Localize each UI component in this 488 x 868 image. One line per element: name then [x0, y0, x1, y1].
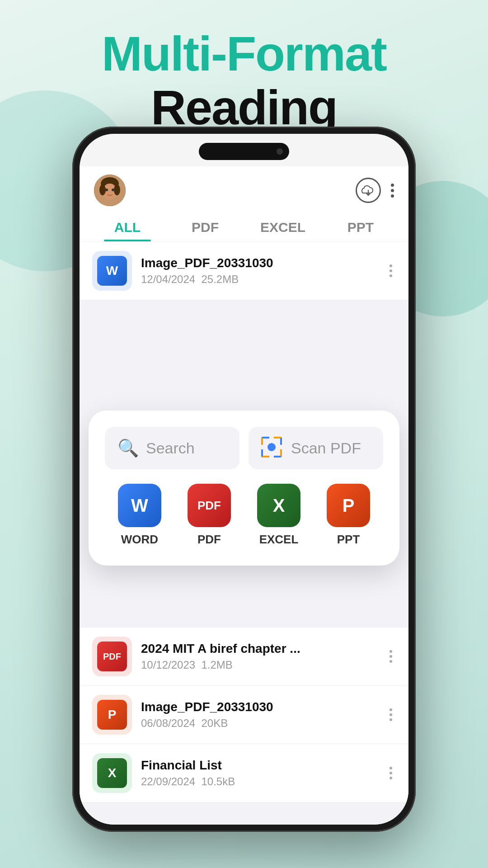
- ppt-label: PPT: [337, 533, 360, 547]
- more-options-icon[interactable]: [391, 184, 394, 198]
- dot: [391, 189, 394, 192]
- ppt-file-icon-1: P: [97, 700, 127, 730]
- file-list-below: PDF 2024 MIT A biref chapter ... 10/12/2…: [80, 627, 408, 802]
- word-icon: W: [118, 484, 161, 527]
- overlay-row-buttons: 🔍 Search Sc: [105, 427, 383, 469]
- camera-dot: [277, 148, 283, 155]
- pdf-icon: PDF: [188, 484, 231, 527]
- file-icon-wrapper: W: [92, 251, 132, 291]
- tab-bar: ALL PDF EXCEL PPT: [80, 212, 408, 242]
- svg-point-4: [114, 184, 120, 195]
- file-icon-wrapper-2: X: [92, 753, 132, 793]
- scan-icon: [261, 437, 284, 459]
- app-content: ↓ ALL PDF EXCEL PPT: [80, 166, 408, 825]
- scan-label: Scan PDF: [291, 439, 361, 457]
- dot: [391, 194, 394, 198]
- word-file-icon: W: [97, 256, 127, 286]
- file-name-0: 2024 MIT A biref chapter ...: [141, 642, 377, 656]
- scan-pdf-button[interactable]: Scan PDF: [249, 427, 383, 469]
- file-name-2: Financial List: [141, 758, 377, 773]
- tab-ppt[interactable]: PPT: [322, 212, 399, 241]
- scan-ring: [261, 437, 282, 458]
- file-icon-wrapper-0: PDF: [92, 637, 132, 676]
- phone-frame: ↓ ALL PDF EXCEL PPT: [72, 127, 416, 832]
- excel-label: EXCEL: [259, 533, 299, 547]
- word-label: WORD: [121, 533, 158, 547]
- file-more-button-1[interactable]: [386, 705, 396, 725]
- svg-text:↓: ↓: [367, 189, 369, 193]
- file-item-0[interactable]: PDF 2024 MIT A biref chapter ... 10/12/2…: [80, 627, 408, 686]
- file-more-button-2[interactable]: [386, 763, 396, 783]
- avatar-face: [94, 175, 126, 206]
- header-icons: ↓: [356, 178, 394, 203]
- excel-icon: X: [257, 484, 300, 527]
- format-row: W WORD PDF PDF X EXCEL P PPT: [105, 484, 383, 547]
- file-meta-0: 10/12/2023 1.2MB: [141, 659, 377, 671]
- svg-point-5: [105, 189, 108, 191]
- dynamic-island: [199, 143, 289, 160]
- excel-file-icon-2: X: [97, 758, 127, 788]
- file-name: Image_PDF_20331030: [141, 256, 377, 270]
- cloud-download-icon[interactable]: ↓: [356, 178, 381, 203]
- pdf-label: PDF: [197, 533, 221, 547]
- file-info-1: Image_PDF_20331030 06/08/2024 20KB: [141, 700, 377, 730]
- file-meta-1: 06/08/2024 20KB: [141, 717, 377, 730]
- ppt-icon: P: [327, 484, 370, 527]
- hero-section: Multi-Format Reading: [0, 27, 488, 135]
- tab-all[interactable]: ALL: [89, 212, 166, 241]
- avatar[interactable]: [94, 175, 126, 206]
- svg-point-3: [99, 184, 106, 195]
- svg-point-6: [112, 189, 114, 191]
- overlay-card: 🔍 Search Sc: [89, 410, 399, 566]
- phone-inner: ↓ ALL PDF EXCEL PPT: [80, 134, 408, 825]
- file-item-1[interactable]: P Image_PDF_20331030 06/08/2024 20KB: [80, 686, 408, 744]
- file-more-button[interactable]: [386, 261, 396, 281]
- hero-title-line1: Multi-Format: [0, 27, 488, 81]
- search-button[interactable]: 🔍 Search: [105, 427, 239, 469]
- format-word[interactable]: W WORD: [118, 484, 161, 547]
- file-item-top[interactable]: W Image_PDF_20331030 12/04/2024 25.2MB: [80, 242, 408, 300]
- file-item-2[interactable]: X Financial List 22/09/2024 10.5kB: [80, 744, 408, 802]
- file-info-0: 2024 MIT A biref chapter ... 10/12/2023 …: [141, 642, 377, 671]
- file-meta: 12/04/2024 25.2MB: [141, 273, 377, 286]
- tab-excel[interactable]: EXCEL: [244, 212, 322, 241]
- file-info: Image_PDF_20331030 12/04/2024 25.2MB: [141, 256, 377, 286]
- file-info-2: Financial List 22/09/2024 10.5kB: [141, 758, 377, 788]
- pdf-file-icon-0: PDF: [97, 642, 127, 671]
- format-pdf[interactable]: PDF PDF: [188, 484, 231, 547]
- format-excel[interactable]: X EXCEL: [257, 484, 300, 547]
- file-meta-2: 22/09/2024 10.5kB: [141, 775, 377, 788]
- format-ppt[interactable]: P PPT: [327, 484, 370, 547]
- file-more-button-0[interactable]: [386, 646, 396, 666]
- dot: [391, 184, 394, 187]
- search-icon: 🔍: [117, 438, 139, 458]
- app-header: ↓: [80, 166, 408, 212]
- file-icon-wrapper-1: P: [92, 695, 132, 735]
- tab-pdf[interactable]: PDF: [166, 212, 244, 241]
- search-label: Search: [146, 439, 195, 457]
- file-name-1: Image_PDF_20331030: [141, 700, 377, 714]
